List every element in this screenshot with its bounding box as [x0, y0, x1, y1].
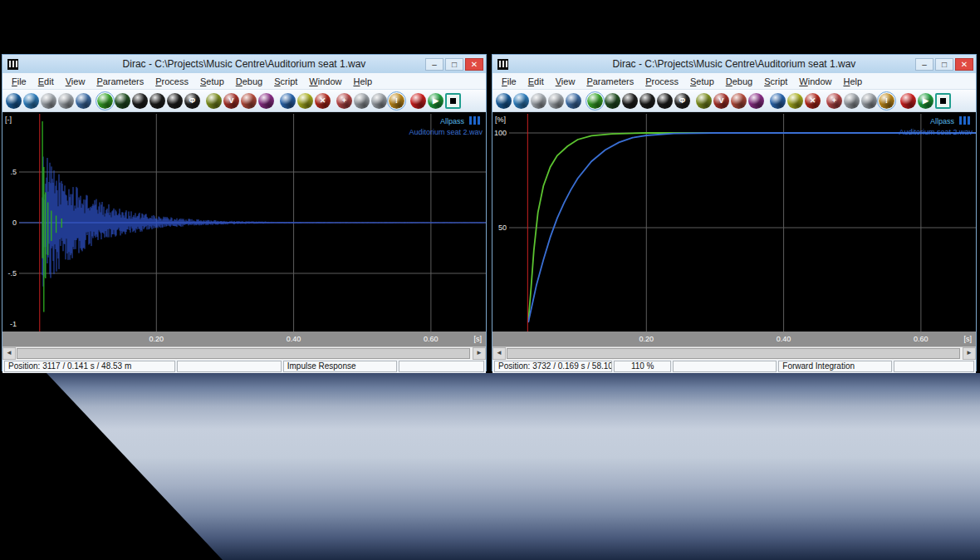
- zoom-out-icon[interactable]: [844, 93, 860, 109]
- x-axis-strip: [492, 332, 976, 346]
- stop-icon[interactable]: [935, 93, 951, 109]
- titlebar[interactable]: Dirac - C:\Projects\Music Centre\Auditor…: [2, 55, 486, 73]
- toolbar-group: V: [206, 93, 274, 109]
- axis-label: 0.20: [639, 335, 654, 343]
- open-file-icon[interactable]: [23, 93, 39, 109]
- validation-icon[interactable]: V: [713, 93, 729, 109]
- menu-process[interactable]: Process: [149, 75, 194, 88]
- menu-window[interactable]: Window: [793, 75, 837, 88]
- scroll-track[interactable]: [506, 347, 963, 360]
- horizontal-scrollbar[interactable]: ◄►: [2, 346, 486, 360]
- menu-view[interactable]: View: [550, 75, 581, 88]
- caption-buttons: –□✕: [425, 58, 483, 71]
- scroll-thumb[interactable]: [17, 348, 470, 359]
- validation-icon[interactable]: V: [223, 93, 239, 109]
- menu-file[interactable]: File: [496, 75, 522, 88]
- save-as-icon[interactable]: [58, 93, 74, 109]
- scroll-left-arrow[interactable]: ◄: [2, 347, 16, 360]
- horizontal-scrollbar[interactable]: ◄►: [492, 346, 976, 360]
- impulse-response-icon[interactable]: [587, 93, 603, 109]
- play-icon[interactable]: ▶: [918, 93, 933, 109]
- record-icon[interactable]: [900, 93, 916, 109]
- energy-time-curve-icon[interactable]: [605, 93, 620, 109]
- menu-view[interactable]: View: [60, 75, 91, 88]
- menu-parameters[interactable]: Parameters: [581, 75, 639, 88]
- menu-window[interactable]: Window: [303, 75, 347, 88]
- record-icon[interactable]: [410, 93, 426, 109]
- print-icon[interactable]: [566, 93, 581, 109]
- plot-background[interactable]: [492, 112, 976, 346]
- energy-time-curve-icon[interactable]: [115, 93, 130, 109]
- delete-icon[interactable]: ✕: [315, 93, 331, 109]
- scroll-right-arrow[interactable]: ►: [473, 347, 486, 360]
- menu-edit[interactable]: Edit: [32, 75, 60, 88]
- scroll-left-arrow[interactable]: ◄: [492, 347, 506, 360]
- status-segment: [673, 361, 777, 372]
- menu-parameters[interactable]: Parameters: [91, 75, 149, 88]
- table-icon[interactable]: [731, 93, 747, 109]
- status-segment: Position: 3117 / 0.141 s / 48.53 m: [4, 361, 175, 372]
- statistics-icon[interactable]: [748, 93, 764, 109]
- zoom-in-icon[interactable]: +: [336, 93, 352, 109]
- scroll-track[interactable]: [16, 347, 473, 360]
- menu-file[interactable]: File: [6, 75, 32, 88]
- minimize-button[interactable]: –: [425, 58, 443, 71]
- menu-setup[interactable]: Setup: [194, 75, 230, 88]
- menu-script[interactable]: Script: [758, 75, 793, 88]
- decay-curve-icon[interactable]: [622, 93, 638, 109]
- parameters-icon[interactable]: [206, 93, 222, 109]
- toolbar-group: ✕: [280, 93, 331, 109]
- phase-icon[interactable]: Φ: [184, 93, 200, 109]
- zoom-in-icon[interactable]: +: [826, 93, 842, 109]
- save-icon[interactable]: [531, 93, 546, 109]
- warning-icon[interactable]: !: [389, 93, 404, 109]
- pause-icon[interactable]: [787, 93, 803, 109]
- table-icon[interactable]: [241, 93, 257, 109]
- axis-label: -1: [10, 320, 17, 328]
- maximize-button[interactable]: □: [935, 58, 953, 71]
- spectrum-icon[interactable]: [167, 93, 183, 109]
- close-button[interactable]: ✕: [955, 58, 973, 71]
- decay-curve-icon[interactable]: [132, 93, 148, 109]
- menu-help[interactable]: Help: [347, 75, 378, 88]
- menu-debug[interactable]: Debug: [230, 75, 268, 88]
- stop-icon[interactable]: [445, 93, 461, 109]
- titlebar[interactable]: Dirac - C:\Projects\Music Centre\Auditor…: [492, 55, 976, 73]
- warning-icon[interactable]: !: [879, 93, 894, 109]
- reverberation-icon[interactable]: [639, 93, 655, 109]
- reverberation-icon[interactable]: [149, 93, 165, 109]
- menu-script[interactable]: Script: [268, 75, 303, 88]
- close-button[interactable]: ✕: [465, 58, 483, 71]
- statistics-icon[interactable]: [258, 93, 274, 109]
- menu-edit[interactable]: Edit: [522, 75, 550, 88]
- save-icon[interactable]: [41, 93, 56, 109]
- measure-icon[interactable]: [770, 93, 786, 109]
- zoom-reset-icon[interactable]: [371, 93, 387, 109]
- menu-debug[interactable]: Debug: [720, 75, 758, 88]
- phase-icon[interactable]: Φ: [674, 93, 690, 109]
- pause-icon[interactable]: [297, 93, 313, 109]
- scroll-thumb[interactable]: [507, 348, 960, 359]
- play-icon[interactable]: ▶: [428, 93, 443, 109]
- maximize-button[interactable]: □: [445, 58, 463, 71]
- scroll-right-arrow[interactable]: ►: [963, 347, 976, 360]
- measure-icon[interactable]: [280, 93, 296, 109]
- menu-help[interactable]: Help: [837, 75, 868, 88]
- toolbar-group: Φ: [97, 93, 200, 109]
- axis-label: 0: [12, 219, 17, 227]
- axis-label: [s]: [473, 335, 482, 343]
- minimize-button[interactable]: –: [915, 58, 933, 71]
- delete-icon[interactable]: ✕: [805, 93, 821, 109]
- new-file-icon[interactable]: [6, 93, 22, 109]
- open-file-icon[interactable]: [513, 93, 529, 109]
- spectrum-icon[interactable]: [657, 93, 673, 109]
- impulse-response-icon[interactable]: [97, 93, 113, 109]
- menu-process[interactable]: Process: [639, 75, 684, 88]
- zoom-out-icon[interactable]: [354, 93, 370, 109]
- parameters-icon[interactable]: [696, 93, 712, 109]
- print-icon[interactable]: [76, 93, 91, 109]
- zoom-reset-icon[interactable]: [861, 93, 877, 109]
- menu-setup[interactable]: Setup: [684, 75, 720, 88]
- new-file-icon[interactable]: [496, 93, 512, 109]
- save-as-icon[interactable]: [548, 93, 564, 109]
